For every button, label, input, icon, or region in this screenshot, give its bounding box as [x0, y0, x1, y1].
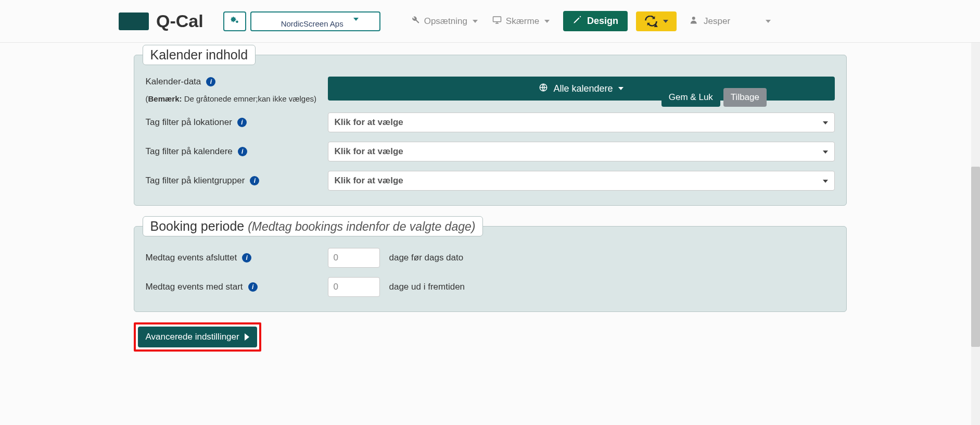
filter-locations-text: Tag filter på lokationer — [146, 117, 232, 128]
top-nav: Q-Cal NordicScreen Aps Opsætning Skærme … — [0, 0, 980, 43]
filter-calendars-select[interactable]: Klik for at vælge — [328, 142, 835, 161]
nav-screens-label: Skærme — [506, 16, 539, 27]
events-start-text: Medtag events med start — [146, 282, 243, 292]
events-start-input[interactable] — [328, 277, 380, 297]
floating-actions: Gem & Luk Tilbage — [661, 88, 767, 107]
wrench-icon — [411, 15, 420, 27]
nav-user[interactable]: Jesper — [685, 12, 776, 30]
brand-text: Q-Cal — [156, 11, 203, 31]
gears-icon — [230, 15, 240, 27]
select-placeholder: Klik for at vælge — [335, 146, 403, 157]
events-ended-suffix: dage før dags dato — [389, 253, 464, 263]
note-bold: Bemærk: — [148, 94, 182, 103]
org-select-value: NordicScreen Aps — [281, 19, 343, 28]
booking-legend-sub: (Medtag bookings indenfor de valgte dage… — [248, 220, 475, 233]
monitor-icon — [492, 15, 502, 27]
calendar-panel-legend: Kalender indhold — [143, 45, 256, 65]
advanced-highlight: Avancerede indstillinger — [134, 322, 261, 352]
sync-button[interactable] — [636, 11, 677, 31]
nav-setup-label: Opsætning — [424, 16, 467, 27]
events-start-suffix: dage ud i fremtiden — [389, 282, 465, 292]
note-rest: De gråtonede emner;kan ikke vælges) — [182, 94, 316, 103]
calendar-data-label-group: Kalender-data i (Bemærk: De gråtonede em… — [146, 77, 328, 103]
events-ended-input[interactable] — [328, 248, 380, 268]
chevron-down-icon — [618, 87, 623, 90]
booking-period-panel: Booking periode (Medtag bookings indenfo… — [134, 216, 847, 312]
chevron-down-icon — [823, 180, 828, 183]
info-icon[interactable]: i — [237, 118, 247, 127]
filter-clientgroups-label: Tag filter på klientgrupper i — [146, 176, 328, 186]
advanced-settings-label: Avancerede indstillinger — [146, 332, 239, 342]
all-calendars-label: Alle kalendere — [553, 83, 613, 94]
nav-setup[interactable]: Opsætning — [405, 12, 483, 30]
org-select[interactable]: NordicScreen Aps — [250, 11, 380, 31]
svg-rect-0 — [493, 17, 501, 22]
design-button[interactable]: Design — [563, 11, 628, 31]
filter-calendars-text: Tag filter på kalendere — [146, 146, 233, 157]
filter-clientgroups-text: Tag filter på klientgrupper — [146, 176, 245, 186]
filter-locations-select[interactable]: Klik for at vælge — [328, 113, 835, 132]
info-icon[interactable]: i — [242, 253, 251, 262]
calendar-data-label: Kalender-data — [146, 77, 201, 87]
info-icon[interactable]: i — [250, 176, 259, 185]
info-icon[interactable]: i — [248, 282, 258, 292]
chevron-down-icon — [823, 121, 828, 124]
brand-swatch — [119, 12, 149, 30]
design-icon — [572, 15, 582, 27]
calendar-content-panel: Kalender indhold Kalender-data i (Bemærk… — [134, 45, 847, 206]
advanced-settings-button[interactable]: Avancerede indstillinger — [138, 327, 257, 347]
filter-clientgroups-select[interactable]: Klik for at vælge — [328, 171, 835, 191]
chevron-down-icon — [766, 20, 771, 23]
info-icon[interactable]: i — [238, 147, 247, 156]
nav-screens[interactable]: Skærme — [487, 12, 555, 30]
booking-legend-main: Booking periode — [150, 219, 248, 233]
svg-point-1 — [692, 17, 695, 20]
select-placeholder: Klik for at vælge — [335, 176, 403, 186]
nav-user-label: Jesper — [704, 16, 730, 27]
chevron-down-icon — [823, 151, 828, 154]
chevron-down-icon — [353, 18, 359, 21]
design-button-label: Design — [587, 16, 618, 27]
chevron-right-icon — [245, 333, 249, 341]
sync-warning-icon — [644, 16, 658, 27]
events-ended-text: Medtag events afsluttet — [146, 253, 237, 263]
chevron-down-icon — [544, 20, 550, 23]
booking-panel-legend: Booking periode (Medtag bookings indenfo… — [143, 216, 483, 236]
filter-locations-label: Tag filter på lokationer i — [146, 117, 328, 128]
chevron-down-icon — [663, 20, 668, 23]
events-ended-label: Medtag events afsluttet i — [146, 253, 328, 263]
save-close-button[interactable]: Gem & Luk — [661, 88, 720, 107]
filter-calendars-label: Tag filter på kalendere i — [146, 146, 328, 157]
user-icon — [690, 15, 699, 27]
calendar-data-note: (Bemærk: De gråtonede emner;kan ikke væl… — [146, 94, 328, 103]
back-button[interactable]: Tilbage — [723, 88, 767, 107]
chevron-down-icon — [473, 20, 478, 23]
settings-button[interactable] — [223, 11, 246, 31]
events-start-label: Medtag events med start i — [146, 282, 328, 292]
scrollbar-thumb[interactable] — [971, 167, 980, 347]
select-placeholder: Klik for at vælge — [335, 117, 403, 128]
globe-icon — [539, 83, 548, 95]
brand: Q-Cal — [119, 11, 203, 31]
info-icon[interactable]: i — [206, 77, 215, 86]
